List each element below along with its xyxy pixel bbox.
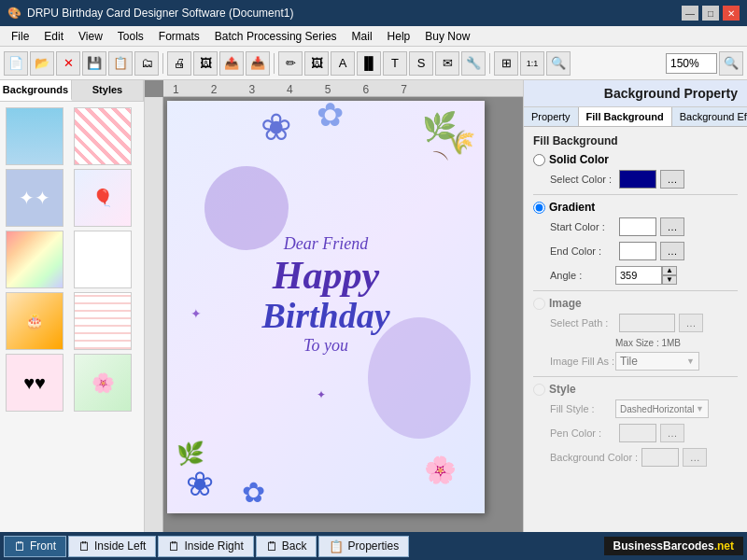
tab-background-effects[interactable]: Background Effects xyxy=(672,107,747,126)
bg-thumb-flowers[interactable]: 🌸 xyxy=(74,354,132,412)
menu-view[interactable]: View xyxy=(71,28,110,45)
bg-thumb-rainbow[interactable] xyxy=(6,231,63,288)
path-browse[interactable]: … xyxy=(679,314,703,332)
tab-inside-right[interactable]: 🗒 Inside Right xyxy=(158,536,253,557)
solid-color-radio[interactable] xyxy=(533,154,545,166)
draw-btn[interactable]: ✏ xyxy=(278,51,303,76)
fill-bg-label: Fill Background xyxy=(533,134,738,147)
zoomin-btn[interactable]: 🔍 xyxy=(546,51,571,76)
textart-btn[interactable]: A xyxy=(331,51,355,76)
pen-color-row: Pen Color : … xyxy=(533,424,738,442)
image-fill-dropdown[interactable]: Tile ▼ xyxy=(615,352,699,371)
titlebar: 🎨 DRPU Birthday Card Designer Software (… xyxy=(0,0,747,26)
angle-spin-up[interactable]: ▲ xyxy=(662,266,677,275)
open-btn[interactable]: 📂 xyxy=(30,51,54,76)
ruler-top: 1 2 3 4 5 6 7 xyxy=(163,80,523,97)
barcode-btn[interactable]: ▐▌ xyxy=(357,51,381,76)
pen-color-browse[interactable]: … xyxy=(660,424,684,442)
bg-thumb-texture[interactable] xyxy=(74,292,132,350)
menu-file[interactable]: File xyxy=(4,28,36,45)
end-color-box[interactable] xyxy=(619,242,656,260)
bg-color-browse[interactable]: … xyxy=(683,448,707,467)
solid-color-box[interactable] xyxy=(619,170,656,189)
pen-color-label: Pen Color : xyxy=(550,427,615,439)
new-btn[interactable]: 📄 xyxy=(4,51,28,76)
bg-thumb-pink[interactable] xyxy=(74,107,132,165)
export-btn[interactable]: 📤 xyxy=(219,51,244,76)
tab-back[interactable]: 🗒 Back xyxy=(256,536,317,557)
start-color-browse[interactable]: … xyxy=(660,217,684,236)
menu-edit[interactable]: Edit xyxy=(36,28,71,45)
zoomout-btn[interactable]: 🔍 xyxy=(719,51,743,76)
menu-help[interactable]: Help xyxy=(380,28,418,45)
tab-fill-background[interactable]: Fill Background xyxy=(579,107,672,126)
inside-right-icon: 🗒 xyxy=(168,539,180,553)
bg-thumb-balloons[interactable]: 🎈 xyxy=(74,169,132,227)
back-label: Back xyxy=(282,539,307,553)
ratio-btn[interactable]: 1:1 xyxy=(520,51,544,76)
path-box xyxy=(619,314,675,332)
template-btn[interactable]: 🗂 xyxy=(134,51,159,76)
zoom-input[interactable] xyxy=(666,53,717,74)
angle-input[interactable] xyxy=(615,266,662,285)
tab-properties[interactable]: 📋 Properties xyxy=(318,536,409,557)
image-row: Image xyxy=(533,297,738,310)
bg-thumb-bday[interactable]: 🎂 xyxy=(6,292,63,350)
tab-front[interactable]: 🗒 Front xyxy=(4,536,66,557)
flower-bottom-2: ✿ xyxy=(242,476,265,509)
save-btn[interactable]: 💾 xyxy=(82,51,106,76)
angle-label: Angle : xyxy=(550,270,615,281)
panel-tabs: Backgrounds Styles xyxy=(0,80,144,102)
select-color-label: Select Color : xyxy=(550,174,615,185)
solid-color-row: Solid Color xyxy=(533,153,738,166)
tab-backgrounds[interactable]: Backgrounds xyxy=(0,80,72,101)
brand-text: BusinessBarcodes xyxy=(613,539,714,553)
minimize-btn[interactable]: — xyxy=(682,6,698,21)
card-birthday: Birthday xyxy=(261,297,389,336)
text-btn[interactable]: T xyxy=(383,51,407,76)
end-color-browse[interactable]: … xyxy=(660,242,684,260)
window-controls: — □ ✕ xyxy=(682,6,740,21)
menu-buynow[interactable]: Buy Now xyxy=(417,28,477,45)
image-btn[interactable]: 🖼 xyxy=(304,51,329,76)
start-color-row: Start Color : … xyxy=(533,217,738,236)
tab-inside-left[interactable]: 🗒 Inside Left xyxy=(68,536,156,557)
branch-bottom: 🌿 xyxy=(176,441,204,467)
image-radio[interactable] xyxy=(533,298,545,310)
style-radio[interactable] xyxy=(533,384,545,396)
menu-formats[interactable]: Formats xyxy=(151,28,207,45)
close-doc-btn[interactable]: ✕ xyxy=(56,51,80,76)
fill-style-dropdown[interactable]: DashedHorizontal ▼ xyxy=(615,399,709,418)
bottom-bar: 🗒 Front 🗒 Inside Left 🗒 Inside Right 🗒 B… xyxy=(0,532,747,560)
close-btn[interactable]: ✕ xyxy=(723,6,740,21)
bg-thumb-sky[interactable] xyxy=(6,107,63,165)
print-btn[interactable]: 🖨 xyxy=(167,51,191,76)
tab-property[interactable]: Property xyxy=(524,107,579,126)
maximize-btn[interactable]: □ xyxy=(702,6,719,21)
shape-btn[interactable]: S xyxy=(409,51,433,76)
saveas-btn[interactable]: 📋 xyxy=(108,51,133,76)
pencil-btn[interactable]: 🔧 xyxy=(461,51,486,76)
card-happy: Happy xyxy=(261,254,389,297)
printprev-btn[interactable]: 🖼 xyxy=(193,51,218,76)
bg-thumb-white[interactable] xyxy=(74,231,132,288)
bg-thumb-stars[interactable]: ✦✦ xyxy=(6,169,63,227)
menu-tools[interactable]: Tools xyxy=(110,28,151,45)
angle-spin-down[interactable]: ▼ xyxy=(662,275,677,285)
import-btn[interactable]: 📥 xyxy=(246,51,270,76)
tab-styles[interactable]: Styles xyxy=(72,80,144,101)
front-icon: 🗒 xyxy=(14,539,26,553)
fill-style-arrow: ▼ xyxy=(696,404,704,413)
start-color-box[interactable] xyxy=(619,217,656,236)
end-color-row: End Color : … xyxy=(533,242,738,260)
email-btn[interactable]: ✉ xyxy=(435,51,459,76)
solid-color-browse[interactable]: … xyxy=(660,170,684,189)
bg-thumb-hearts[interactable]: ♥♥ xyxy=(6,354,63,412)
menu-mail[interactable]: Mail xyxy=(345,28,380,45)
grid-btn[interactable]: ⊞ xyxy=(494,51,518,76)
divider-3 xyxy=(533,376,738,377)
image-fill-arrow: ▼ xyxy=(686,357,695,366)
bg-color-box xyxy=(641,448,679,467)
gradient-radio[interactable] xyxy=(533,202,545,214)
menu-batch[interactable]: Batch Processing Series xyxy=(207,28,345,45)
